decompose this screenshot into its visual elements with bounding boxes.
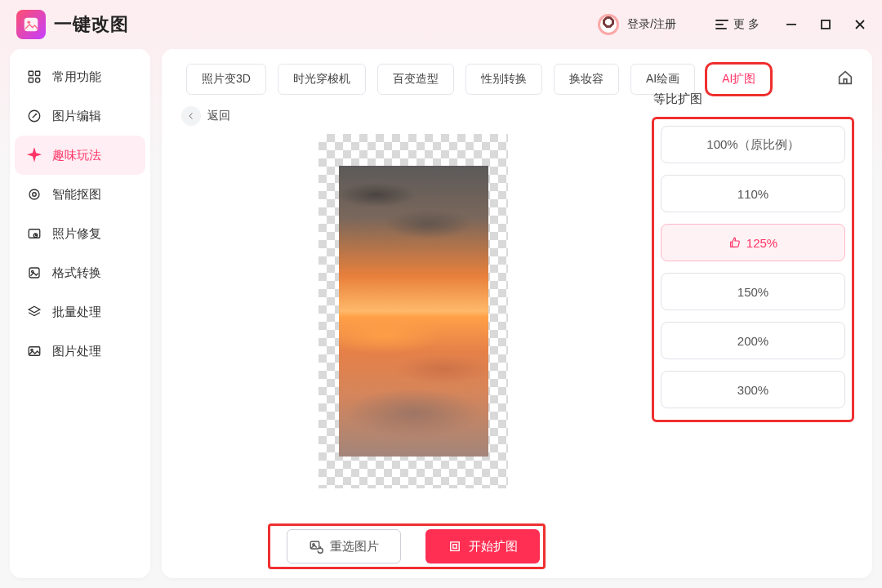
tab-aipaint[interactable]: AI绘画 (630, 64, 695, 95)
sidebar-item-label: 趣味玩法 (52, 148, 101, 163)
sidebar-item-label: 图片处理 (52, 344, 101, 359)
scale-option-110[interactable]: 110% (661, 175, 845, 212)
sidebar-item-label: 智能抠图 (52, 187, 101, 203)
sidebar-item-common[interactable]: 常用功能 (15, 57, 145, 96)
tab-styles[interactable]: 百变造型 (377, 64, 454, 95)
tab-aiexpand[interactable]: AI扩图 (706, 64, 771, 95)
preview-image (339, 166, 488, 457)
scale-option-100[interactable]: 100%（原比例） (661, 126, 845, 163)
svg-point-9 (36, 78, 40, 82)
scale-options-panel: 100%（原比例） 110% 125% 150% 200% 300% (652, 117, 854, 422)
start-expand-button[interactable]: 开始扩图 (425, 529, 540, 564)
scale-option-label: 125% (746, 236, 777, 250)
edit-icon (26, 109, 42, 123)
sidebar-item-edit[interactable]: 图片编辑 (15, 96, 145, 136)
sparkle-icon (26, 148, 42, 163)
tab-photo3d[interactable]: 照片变3D (186, 64, 266, 95)
back-button[interactable] (181, 106, 201, 126)
window-close-button[interactable] (843, 8, 877, 41)
sidebar-item-process[interactable]: 图片处理 (15, 332, 145, 371)
svg-rect-17 (29, 347, 40, 356)
home-icon (836, 69, 854, 87)
content-panel: 照片变3D 时光穿梭机 百变造型 性别转换 换妆容 AI绘画 AI扩图 返回 (162, 49, 872, 578)
scale-option-125[interactable]: 125% (661, 224, 845, 261)
close-icon (854, 19, 866, 30)
target-icon (26, 187, 42, 202)
sidebar-item-label: 常用功能 (52, 69, 101, 85)
minimize-icon (786, 19, 797, 30)
bottom-actions: 重选图片 开始扩图 (287, 529, 540, 564)
sidebar: 常用功能 图片编辑 趣味玩法 智能抠图 照片修复 格式转换 批量处理 图片处理 (10, 49, 150, 578)
image-icon (26, 344, 42, 359)
svg-rect-6 (29, 71, 33, 75)
svg-rect-0 (24, 18, 38, 32)
expand-icon (448, 539, 462, 554)
svg-rect-3 (822, 20, 830, 29)
scale-option-200[interactable]: 200% (661, 322, 845, 359)
scale-title: 等比扩图 (653, 91, 854, 107)
app-logo (16, 10, 46, 39)
tab-genderswap[interactable]: 性别转换 (466, 64, 542, 95)
menu-icon (715, 20, 728, 29)
scale-option-300[interactable]: 300% (661, 371, 845, 408)
tab-makeup[interactable]: 换妆容 (554, 64, 619, 95)
scale-option-150[interactable]: 150% (661, 273, 845, 310)
sidebar-item-label: 批量处理 (52, 305, 101, 320)
app-logo-icon (22, 16, 40, 33)
svg-point-11 (29, 189, 39, 199)
layers-icon (26, 305, 42, 319)
sidebar-item-batch[interactable]: 批量处理 (15, 292, 145, 332)
avatar-icon (598, 14, 619, 35)
reselect-label: 重选图片 (330, 539, 379, 555)
canvas-column: 重选图片 开始扩图 (180, 126, 647, 564)
home-button[interactable] (836, 69, 854, 90)
svg-rect-7 (36, 71, 40, 75)
convert-icon (26, 265, 42, 280)
sidebar-item-convert[interactable]: 格式转换 (15, 253, 145, 292)
scale-column: 等比扩图 100%（原比例） 110% 125% 150% 200% 300% (647, 91, 854, 564)
svg-point-1 (27, 20, 30, 24)
sidebar-item-fun[interactable]: 趣味玩法 (15, 136, 145, 175)
sidebar-item-cutout[interactable]: 智能抠图 (15, 175, 145, 214)
chevron-left-icon (186, 111, 196, 121)
thumbs-up-icon (728, 236, 742, 249)
svg-rect-22 (453, 545, 457, 549)
svg-rect-21 (451, 542, 460, 551)
sidebar-item-label: 图片编辑 (52, 109, 101, 124)
tab-timemachine[interactable]: 时光穿梭机 (278, 64, 366, 95)
maximize-icon (820, 19, 831, 30)
grid-icon (26, 69, 42, 84)
login-button[interactable]: 登录/注册 (598, 14, 676, 35)
start-label: 开始扩图 (469, 539, 518, 555)
window-maximize-button[interactable] (808, 8, 843, 41)
svg-point-16 (32, 270, 33, 272)
sidebar-item-label: 格式转换 (52, 265, 101, 281)
back-label: 返回 (207, 109, 230, 123)
sidebar-item-label: 照片修复 (52, 226, 101, 242)
app-title: 一键改图 (54, 12, 129, 37)
canvas-area (318, 134, 508, 488)
image-reload-icon (309, 539, 323, 554)
restore-icon (26, 226, 42, 241)
more-button[interactable]: 更 多 (709, 12, 766, 37)
reselect-button[interactable]: 重选图片 (287, 529, 401, 564)
title-bar: 一键改图 登录/注册 更 多 (0, 0, 882, 49)
window-minimize-button[interactable] (774, 8, 808, 41)
svg-point-12 (33, 193, 37, 197)
svg-rect-8 (29, 78, 33, 82)
more-label: 更 多 (733, 17, 760, 32)
sidebar-item-restore[interactable]: 照片修复 (15, 214, 145, 253)
login-label: 登录/注册 (627, 17, 676, 32)
